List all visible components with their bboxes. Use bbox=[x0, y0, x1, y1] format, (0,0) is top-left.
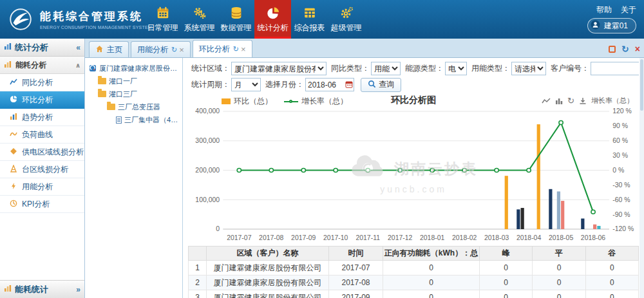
sidebar-item-energy-use[interactable]: 用能分析 bbox=[0, 178, 84, 196]
file-icon bbox=[116, 116, 122, 124]
calendar-icon bbox=[156, 5, 170, 21]
scrollbar-thumb[interactable] bbox=[640, 59, 643, 111]
sidebar-item-label: 环比分析 bbox=[22, 95, 53, 106]
energy-analysis-icon bbox=[4, 61, 12, 70]
energy-type-select[interactable]: 电 bbox=[445, 62, 467, 75]
sidebar-item-kpi[interactable]: KPI分析 bbox=[0, 196, 84, 213]
compare-type-select[interactable]: 用能 bbox=[371, 62, 401, 75]
nav-item-dataman[interactable]: 数据管理 bbox=[218, 0, 254, 39]
svg-text:2017-10: 2017-10 bbox=[323, 234, 348, 241]
nav-item-reports[interactable]: 综合报表 bbox=[291, 0, 328, 39]
filter-label-energy-type: 能源类型： bbox=[405, 63, 444, 74]
table-row[interactable]: 2厦门建霖健康家居股份有限公司2017-080000 bbox=[189, 275, 639, 290]
svg-text:30 %: 30 % bbox=[612, 152, 628, 159]
folder-icon bbox=[98, 91, 106, 97]
table-row[interactable]: 1厦门建霖健康家居股份有限公司2017-070000 bbox=[189, 261, 639, 275]
svg-text:2017-07: 2017-07 bbox=[227, 234, 252, 241]
sidebar-section-energy-analysis[interactable]: 能耗分析 ∧ bbox=[0, 57, 84, 74]
nav-item-system[interactable]: 系统管理 bbox=[181, 0, 218, 39]
usage-type-select[interactable]: 请选择 bbox=[511, 62, 546, 75]
tab-huanbi-analysis[interactable]: 环比分析↻× bbox=[193, 40, 252, 57]
table-cell: 厦门建霖健康家居股份有限公司 bbox=[207, 290, 329, 298]
panel-toggle-icon[interactable] bbox=[609, 46, 616, 53]
search-icon bbox=[368, 80, 376, 90]
tab-bar: 主页用能分析↻×环比分析↻× ↻ × bbox=[85, 39, 644, 58]
svg-text:-30 %: -30 % bbox=[612, 182, 630, 189]
sidebar-item-tongbi[interactable]: 同比分析 bbox=[0, 74, 84, 91]
restore-icon[interactable]: ↻ bbox=[567, 97, 574, 105]
stats-module-icon bbox=[4, 42, 12, 52]
sidebar-item-region-loss[interactable]: 供电区域线损分析 bbox=[0, 144, 84, 161]
huanbi-chart[interactable]: 0100,000200,000300,000400,000120 %90 %60… bbox=[188, 107, 639, 246]
sidebar-item-trend[interactable]: 趋势分析 bbox=[0, 109, 84, 126]
filter-row-2: 统计周期：月选择月份：查询 bbox=[188, 77, 639, 92]
line-toggle-icon[interactable] bbox=[542, 97, 551, 105]
table-cell: 2 bbox=[189, 275, 207, 290]
bar-toggle-icon[interactable] bbox=[555, 97, 563, 105]
query-button[interactable]: 查询 bbox=[361, 78, 401, 92]
svg-text:2018-04: 2018-04 bbox=[516, 234, 542, 241]
period-select[interactable]: 月 bbox=[231, 78, 261, 91]
calendar-picker-icon[interactable] bbox=[345, 80, 353, 88]
table-cell: 0 bbox=[533, 290, 585, 298]
energy-stats-icon bbox=[4, 284, 12, 294]
sidebar-item-station-loss[interactable]: 台区线损分析 bbox=[0, 161, 84, 178]
tree-node[interactable]: 三厂总变压器 bbox=[86, 100, 181, 113]
scrollbar[interactable] bbox=[639, 58, 644, 298]
sidebar-item-huanbi[interactable]: 环比分析 bbox=[0, 91, 84, 109]
user-menu[interactable]: 建霖01 bbox=[587, 18, 636, 33]
table-cell: 0 bbox=[480, 290, 533, 298]
sidebar-item-load-curve[interactable]: 负荷曲线 bbox=[0, 126, 84, 144]
expand-section-icon[interactable]: » bbox=[76, 285, 80, 294]
sidebar-menu: 同比分析环比分析趋势分析负荷曲线供电区域线损分析台区线损分析用能分析KPI分析 bbox=[0, 74, 84, 213]
database-icon bbox=[229, 5, 243, 21]
top-nav: 日常管理系统管理数据管理统计分析综合报表超级管理 bbox=[144, 0, 365, 39]
tree-node-label: 灌口一厂 bbox=[109, 77, 137, 86]
tab-energy-analysis[interactable]: 用能分析↻× bbox=[131, 41, 191, 57]
svg-text:100,000: 100,000 bbox=[195, 196, 220, 203]
tree-node[interactable]: 三厂集中器（4301003 bbox=[86, 113, 181, 126]
work-area: 厦门建霖健康家居股份有限公司灌口一厂灌口三厂三厂总变压器三厂集中器（430100… bbox=[85, 58, 644, 298]
nav-item-stats[interactable]: 统计分析 bbox=[254, 0, 291, 39]
tab-label: 用能分析 bbox=[137, 44, 168, 55]
tab-refresh-icon[interactable]: ↻ bbox=[171, 46, 177, 54]
table-cell: 0 bbox=[480, 261, 533, 275]
refresh-page-icon[interactable]: ↻ bbox=[621, 44, 629, 53]
collapse-sidebar-icon[interactable]: « bbox=[76, 43, 80, 52]
sidebar: 统计分析 « 能耗分析 ∧ 同比分析环比分析趋势分析负荷曲线供电区域线损分析台区… bbox=[0, 39, 85, 298]
user-icon bbox=[591, 20, 600, 32]
filter-label-period: 统计周期： bbox=[191, 79, 230, 90]
tab-close-icon[interactable]: × bbox=[179, 45, 184, 55]
tab-refresh-icon[interactable]: ↻ bbox=[233, 45, 239, 53]
nav-item-super[interactable]: 超级管理 bbox=[328, 0, 365, 39]
tab-close-icon[interactable]: × bbox=[241, 44, 246, 54]
line-swatch-icon bbox=[284, 101, 298, 102]
area-select[interactable]: 厦门建霖健康家居股份有限公... bbox=[231, 62, 327, 75]
help-link[interactable]: 帮助 bbox=[596, 5, 612, 15]
close-page-icon[interactable]: × bbox=[635, 44, 640, 53]
user-name: 建霖01 bbox=[604, 21, 628, 32]
folder-icon bbox=[98, 78, 106, 84]
tree-node[interactable]: 厦门建霖健康家居股份有限公司 bbox=[86, 62, 181, 75]
svg-text:2018-03: 2018-03 bbox=[484, 234, 509, 241]
table-cell: 0 bbox=[383, 261, 480, 275]
table-header-cell: 谷 bbox=[585, 247, 638, 261]
tab-label: 主页 bbox=[107, 44, 122, 55]
legend-item-growth[interactable]: 增长率（总） bbox=[284, 96, 348, 107]
tree-node[interactable]: 灌口三厂 bbox=[86, 88, 181, 100]
table-row[interactable]: 3厦门建霖健康家居股份有限公司2017-090000 bbox=[189, 290, 639, 298]
trend-icon bbox=[10, 113, 17, 122]
tree-node[interactable]: 灌口一厂 bbox=[86, 75, 181, 88]
sidebar-header[interactable]: 统计分析 « bbox=[0, 39, 84, 57]
about-link[interactable]: 关于 bbox=[621, 5, 636, 15]
tab-home[interactable]: 主页 bbox=[89, 41, 129, 57]
table-header-cell: 区域（客户）名称 bbox=[207, 247, 329, 261]
sidebar-item-label: 用能分析 bbox=[22, 182, 53, 192]
nav-item-daily[interactable]: 日常管理 bbox=[144, 0, 181, 39]
chart-zone: 环比（总） 增长率（总） 环比分析图 ↻ bbox=[188, 93, 639, 246]
tree-node-label: 厦门建霖健康家居股份有限公司 bbox=[99, 64, 181, 73]
download-icon[interactable] bbox=[579, 97, 587, 105]
legend-item-huanbi[interactable]: 环比（总） bbox=[222, 96, 272, 107]
customer-no-input[interactable] bbox=[591, 62, 639, 75]
sidebar-footer-energy-stats[interactable]: 能耗统计 » bbox=[0, 280, 84, 298]
